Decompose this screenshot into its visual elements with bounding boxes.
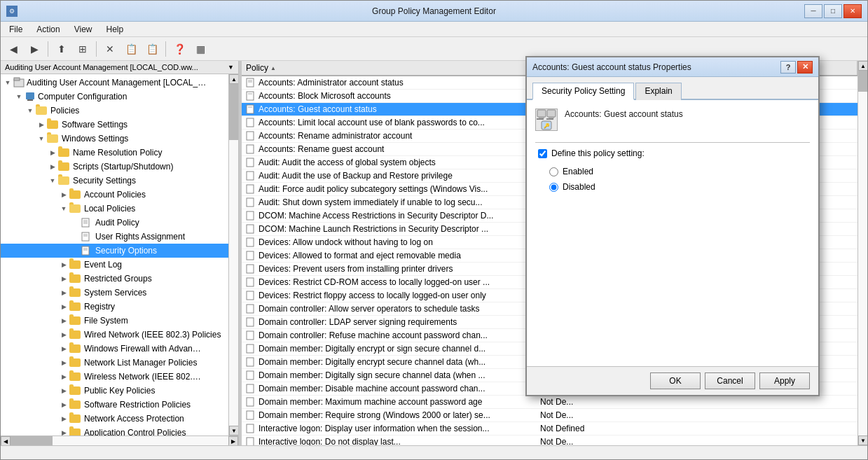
tree-item-policies[interactable]: ▼ Policies bbox=[1, 104, 228, 118]
tree-item-wired[interactable]: ▶ Wired Network (IEEE 802.3) Policies bbox=[1, 328, 228, 342]
expand-account[interactable]: ▶ bbox=[58, 189, 69, 200]
ok-button[interactable]: OK bbox=[650, 372, 701, 389]
list-row[interactable]: Interactive logon: Display user informat… bbox=[242, 422, 857, 435]
expand-wired[interactable]: ▶ bbox=[58, 329, 69, 340]
expand-filesys[interactable]: ▶ bbox=[58, 315, 69, 326]
main-scrollbar[interactable]: ▲ ▼ bbox=[857, 61, 867, 445]
tree-item-audit[interactable]: ▶ Audit Policy bbox=[1, 216, 228, 230]
policy-icon-svg bbox=[246, 357, 256, 367]
tree-item-computer-config[interactable]: ▼ Computer Configuration bbox=[1, 90, 228, 104]
tree-scroll-down[interactable]: ▼ bbox=[229, 426, 238, 435]
tree-item-scripts[interactable]: ▶ Scripts (Startup/Shutdown) bbox=[1, 160, 228, 174]
close-button[interactable]: ✕ bbox=[843, 4, 862, 18]
tree-item-system-services[interactable]: ▶ System Services bbox=[1, 286, 228, 300]
col-header-policy[interactable]: Policy ▲ bbox=[242, 61, 536, 75]
disabled-radio[interactable] bbox=[549, 183, 558, 192]
view-button[interactable]: ▦ bbox=[191, 40, 210, 58]
tree-hscroll-left[interactable]: ◀ bbox=[1, 436, 11, 445]
expand-appcontrol[interactable]: ▶ bbox=[58, 427, 69, 435]
menu-help[interactable]: Help bbox=[101, 23, 130, 36]
tree-item-name-resolution[interactable]: ▶ Name Resolution Policy bbox=[1, 146, 228, 160]
tree-item-netlist[interactable]: ▶ Network List Manager Policies bbox=[1, 356, 228, 370]
show-button[interactable]: ⊞ bbox=[73, 40, 92, 58]
tree-scrollbar[interactable]: ▲ ▼ bbox=[228, 74, 238, 435]
tree-item-nap[interactable]: ▶ Network Access Protection bbox=[1, 412, 228, 426]
main-scroll-track bbox=[858, 71, 867, 435]
tree-hscroll-right[interactable]: ▶ bbox=[228, 436, 238, 445]
up-button[interactable]: ⬆ bbox=[52, 40, 71, 58]
tree-scroll-up[interactable]: ▲ bbox=[229, 74, 238, 84]
expand-event[interactable]: ▶ bbox=[58, 259, 69, 270]
expand-netlist[interactable]: ▶ bbox=[58, 357, 69, 368]
expand-sys-svc[interactable]: ▶ bbox=[58, 287, 69, 298]
minimize-button[interactable]: ─ bbox=[804, 4, 822, 18]
tree-item-soft-restrict[interactable]: ▶ Software Restriction Policies bbox=[1, 398, 228, 412]
tree-item-security-options[interactable]: ▶ Security Options bbox=[1, 244, 228, 258]
expand-scripts[interactable]: ▶ bbox=[47, 161, 58, 172]
policy-icon-svg bbox=[246, 171, 256, 181]
policy-icon-svg bbox=[246, 131, 256, 141]
dialog-help-button[interactable]: ? bbox=[780, 61, 796, 74]
tree-item-wireless[interactable]: ▶ Wireless Network (IEEE 802.11) Policie… bbox=[1, 370, 228, 384]
policy-icon-svg bbox=[246, 410, 256, 420]
tree-item-pubkey[interactable]: ▶ Public Key Policies bbox=[1, 384, 228, 398]
expand-nap[interactable]: ▶ bbox=[58, 413, 69, 424]
enabled-radio[interactable] bbox=[549, 167, 558, 176]
tree-item-software-settings[interactable]: ▶ Software Settings bbox=[1, 118, 228, 132]
expand-software[interactable]: ▶ bbox=[36, 119, 47, 130]
export-button[interactable]: 📋 bbox=[142, 40, 162, 58]
dialog-close-button[interactable]: ✕ bbox=[797, 61, 813, 74]
expand-pubkey[interactable]: ▶ bbox=[58, 385, 69, 396]
list-row[interactable]: Domain member: Require strong (Windows 2… bbox=[242, 409, 857, 422]
tree-view[interactable]: ▼ Auditing User Account Management [LOCA… bbox=[1, 74, 228, 435]
list-row[interactable]: Domain member: Maximum machine account p… bbox=[242, 396, 857, 409]
tree-item-registry[interactable]: ▶ Registry bbox=[1, 300, 228, 314]
forward-button[interactable]: ▶ bbox=[25, 40, 44, 58]
back-button[interactable]: ◀ bbox=[4, 40, 23, 58]
properties-button[interactable]: 📋 bbox=[121, 40, 141, 58]
maximize-button[interactable]: □ bbox=[824, 4, 842, 18]
tree-hscroll[interactable]: ◀ ▶ bbox=[1, 435, 238, 445]
expand-soft-restrict[interactable]: ▶ bbox=[58, 399, 69, 410]
expand-firewall[interactable]: ▶ bbox=[58, 343, 69, 354]
main-scroll-up[interactable]: ▲ bbox=[858, 61, 867, 71]
expand-restricted[interactable]: ▶ bbox=[58, 273, 69, 284]
expand-root[interactable]: ▼ bbox=[2, 77, 13, 88]
menu-action[interactable]: Action bbox=[31, 23, 65, 36]
tree-item-security-settings[interactable]: ▼ Security Settings bbox=[1, 174, 228, 188]
tab-explain[interactable]: Explain bbox=[635, 83, 681, 100]
expand-windows[interactable]: ▼ bbox=[36, 133, 47, 144]
tab-security-policy[interactable]: Security Policy Setting bbox=[532, 83, 634, 100]
window-title: Group Policy Management Editor bbox=[372, 6, 496, 16]
tree-item-event-log[interactable]: ▶ Event Log bbox=[1, 258, 228, 272]
menu-file[interactable]: File bbox=[4, 23, 28, 36]
tree-item-account-policies[interactable]: ▶ Account Policies bbox=[1, 188, 228, 202]
tree-item-file-system[interactable]: ▶ File System bbox=[1, 314, 228, 328]
delete-button[interactable]: ✕ bbox=[100, 40, 120, 58]
expand-security[interactable]: ▼ bbox=[47, 175, 58, 186]
expand-policies[interactable]: ▼ bbox=[25, 105, 36, 116]
menu-view[interactable]: View bbox=[69, 23, 98, 36]
expand-name-res[interactable]: ▶ bbox=[47, 147, 58, 158]
expand-registry[interactable]: ▶ bbox=[58, 301, 69, 312]
apply-button[interactable]: Apply bbox=[759, 372, 810, 389]
dialog-body: Security Policy Setting Explain bbox=[527, 77, 818, 366]
tree-item-windows-settings[interactable]: ▼ Windows Settings bbox=[1, 132, 228, 146]
help-button[interactable]: ❓ bbox=[170, 40, 189, 58]
tree-item-firewall[interactable]: ▶ Windows Firewall with Advanced Secu... bbox=[1, 342, 228, 356]
expand-local[interactable]: ▼ bbox=[58, 203, 69, 214]
policy-name: Domain member: Digitally encrypt or sign… bbox=[259, 344, 485, 354]
define-checkbox[interactable] bbox=[538, 149, 547, 158]
tree-item-user-rights[interactable]: ▶ User Rights Assignment bbox=[1, 230, 228, 244]
tree-item-local-policies[interactable]: ▼ Local Policies bbox=[1, 202, 228, 216]
expand-wireless[interactable]: ▶ bbox=[58, 371, 69, 382]
list-row[interactable]: Interactive logon: Do not display last..… bbox=[242, 435, 857, 445]
tree-item-root[interactable]: ▼ Auditing User Account Management [LOCA… bbox=[1, 76, 228, 90]
main-scroll-down[interactable]: ▼ bbox=[858, 435, 867, 445]
app-icon: ⚙ bbox=[6, 6, 18, 17]
expand-computer[interactable]: ▼ bbox=[13, 91, 25, 102]
tree-item-restricted[interactable]: ▶ Restricted Groups bbox=[1, 272, 228, 286]
cancel-button[interactable]: Cancel bbox=[705, 372, 755, 389]
define-checkbox-row: Define this policy setting: bbox=[538, 148, 810, 158]
tree-item-appcontrol[interactable]: ▶ Application Control Policies bbox=[1, 426, 228, 435]
